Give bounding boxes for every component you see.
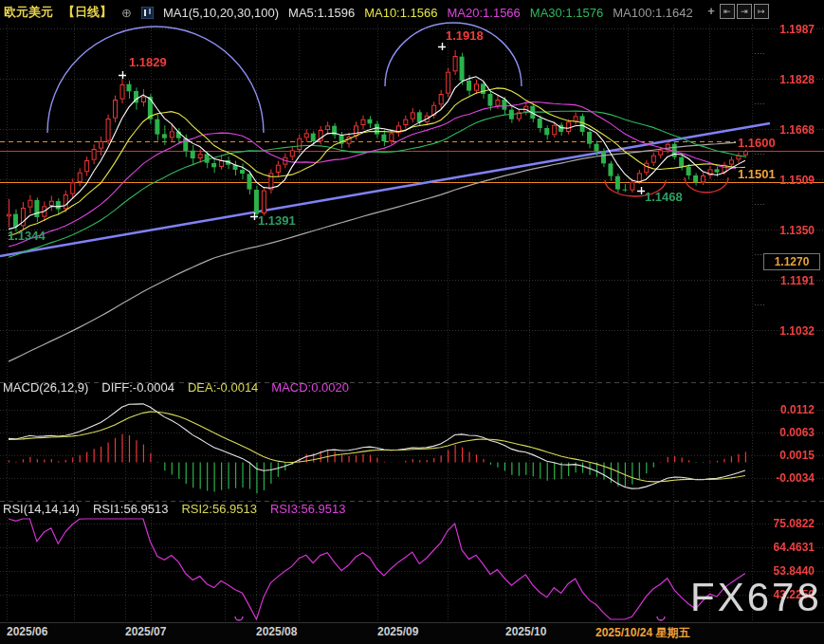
top-bar: 欧元美元 【日线】 ⊕ MA1(5,10,20,30,100) MA5:1.15… xyxy=(4,4,693,21)
rsi-axis-label: 64.4631 xyxy=(774,541,815,554)
macd-diff-value: DIFF:-0.0004 xyxy=(101,380,174,395)
rsi-name[interactable]: RSI(14,14,14) xyxy=(3,502,80,516)
ma5-value: MA5:1.1596 xyxy=(288,6,355,20)
ma30-value: MA30:1.1576 xyxy=(530,6,603,20)
price-annotation: 1.1391 xyxy=(258,213,296,228)
month-label: 2025/08 xyxy=(256,625,297,638)
price-annotation: 1.1829 xyxy=(129,55,167,69)
price-axis-label: 1.1191 xyxy=(780,274,815,287)
period-selector[interactable]: 【日线】 xyxy=(63,4,112,21)
ma10-value: MA10:1.1566 xyxy=(364,6,437,20)
rsi-axis-label: 75.0822 xyxy=(774,517,815,530)
price-annotation: 1.1918 xyxy=(446,28,484,43)
rsi1-value: RSI1:56.9513 xyxy=(93,502,169,516)
price-axis-label: 1.1509 xyxy=(779,174,815,187)
price-axis-label: 1.1350 xyxy=(779,224,815,237)
macd-axis-label: 0.0063 xyxy=(779,426,815,439)
month-label: 2025/07 xyxy=(125,625,166,638)
macd-axis-label: 0.0015 xyxy=(779,449,815,462)
price-annotation: 1.1468 xyxy=(645,190,683,204)
price-axis-label: 1.1668 xyxy=(779,123,815,137)
month-label: 2025/09 xyxy=(377,625,418,638)
indicator-settings-icon[interactable]: ⊕ xyxy=(121,6,132,20)
price-line-tag-upper[interactable]: 1.1600 xyxy=(736,137,778,150)
chart-type-icon[interactable] xyxy=(141,7,154,19)
time-axis[interactable]: 2025/06 2025/07 2025/08 2025/09 2025/10 … xyxy=(0,622,824,644)
month-label: 2025/06 xyxy=(7,625,47,638)
chart-toolbar: + ⇤ ⇥ ↦ xyxy=(705,4,769,19)
rsi2-value: RSI2:56.9513 xyxy=(181,502,257,516)
macd-name[interactable]: MACD(26,12,9) xyxy=(3,380,88,395)
chart-canvas[interactable] xyxy=(0,0,824,644)
macd-label-row: MACD(26,12,9) DIFF:-0.0004 DEA:-0.0014 M… xyxy=(3,380,349,395)
macd-axis-label: 0.0112 xyxy=(780,403,815,416)
current-date-label: 2025/10/24 星期五 xyxy=(595,625,689,641)
rsi3-value: RSI3:56.9513 xyxy=(270,502,346,516)
price-axis-label: 1.1828 xyxy=(779,73,815,86)
macd-dea-value: DEA:-0.0014 xyxy=(188,380,258,395)
ma20-value: MA20:1.1566 xyxy=(448,6,521,20)
month-label: 2025/10 xyxy=(505,625,546,638)
price-annotation: 1.1344 xyxy=(8,229,46,243)
symbol-name[interactable]: 欧元美元 xyxy=(4,4,53,21)
price-axis-label: 1.1987 xyxy=(779,23,815,36)
crosshair-icon[interactable]: + xyxy=(705,4,718,17)
ma-group-label: MA1(5,10,20,30,100) xyxy=(163,6,279,20)
price-line-tag-lower[interactable]: 1.1501 xyxy=(736,168,778,181)
macd-axis-label: -0.0034 xyxy=(776,471,815,485)
chart-app: 欧元美元 【日线】 ⊕ MA1(5,10,20,30,100) MA5:1.15… xyxy=(0,0,824,644)
ma100-value: MA100:1.1642 xyxy=(613,6,693,20)
zoom-in-icon[interactable]: ⇥ xyxy=(737,4,752,19)
price-axis-label: 1.1032 xyxy=(779,324,815,338)
cursor-price-box: 1.1270 xyxy=(763,253,820,270)
fx678-watermark: FX678 xyxy=(690,575,822,620)
macd-value: MACD:0.0020 xyxy=(271,380,349,395)
goto-latest-icon[interactable]: ↦ xyxy=(754,4,769,19)
rsi-label-row: RSI(14,14,14) RSI1:56.9513 RSI2:56.9513 … xyxy=(3,502,345,516)
zoom-out-icon[interactable]: ⇤ xyxy=(720,4,735,19)
